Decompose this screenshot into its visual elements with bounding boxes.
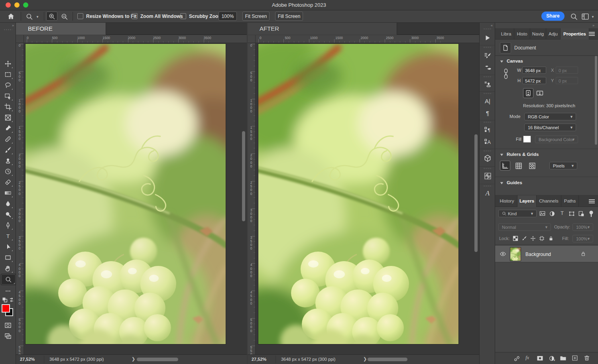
zoom-level-field[interactable]: 27,52% xyxy=(20,357,35,362)
collapse-panels-icon[interactable]: » xyxy=(592,24,594,28)
zoom-level-field[interactable]: 27,52% xyxy=(252,357,266,362)
checkbox-box[interactable] xyxy=(180,13,186,19)
tab-navigator[interactable]: Navig xyxy=(530,28,546,39)
dodge-tool[interactable] xyxy=(2,209,14,220)
clone-source-panel-icon[interactable] xyxy=(483,79,492,89)
character-panel-icon[interactable]: A| xyxy=(483,96,492,106)
pen-tool[interactable] xyxy=(2,220,14,230)
grid-toggle-button[interactable] xyxy=(513,161,524,171)
orientation-landscape-button[interactable] xyxy=(535,88,545,98)
status-chevron-icon[interactable]: ❯ xyxy=(363,356,367,362)
pixel-grid-toggle-button[interactable] xyxy=(527,161,537,171)
zoom-100-button[interactable]: 100% xyxy=(218,12,237,21)
zoom-in-button[interactable] xyxy=(46,12,57,21)
tab-paths[interactable]: Paths xyxy=(561,195,579,207)
new-adjustment-layer-icon[interactable]: ▼ xyxy=(549,355,555,362)
guides-section-header[interactable]: ▼Guides xyxy=(500,180,522,185)
tab-history[interactable]: History xyxy=(497,195,517,207)
layer-effects-icon[interactable]: fx xyxy=(525,354,529,361)
filter-smart-objects-icon[interactable] xyxy=(578,211,584,217)
new-group-icon[interactable] xyxy=(560,355,567,361)
brush-tool[interactable] xyxy=(2,145,14,155)
swap-colors-icon[interactable] xyxy=(9,297,14,303)
move-tool[interactable] xyxy=(2,59,14,69)
frame-tool[interactable] xyxy=(2,112,14,123)
panel-grip[interactable] xyxy=(483,122,492,123)
link-dimensions-icon[interactable] xyxy=(503,68,509,81)
expand-panels-icon[interactable]: « xyxy=(491,24,492,28)
link-layers-icon[interactable] xyxy=(513,355,520,362)
fit-screen-button[interactable]: Fit Screen xyxy=(242,12,269,21)
zoom-tool-preset-icon[interactable] xyxy=(26,13,33,20)
home-icon[interactable] xyxy=(7,13,15,20)
checkbox-box[interactable] xyxy=(77,13,83,19)
actions-panel-icon[interactable] xyxy=(483,33,492,43)
patterns-panel-icon[interactable] xyxy=(483,171,492,181)
bit-depth-select[interactable]: 16 Bits/Channel▼ xyxy=(524,124,576,131)
canvas-image-before[interactable] xyxy=(26,44,226,344)
zoom-tool[interactable] xyxy=(1,274,16,285)
document-tab-before[interactable]: BEFORE xyxy=(16,23,106,35)
rectangle-tool[interactable] xyxy=(2,252,14,263)
panel-grip[interactable] xyxy=(483,47,492,48)
paragraph-styles-panel-icon[interactable]: ¶ xyxy=(483,125,492,134)
opacity-select[interactable]: 100%▼ xyxy=(572,223,593,231)
rulers-grids-section-header[interactable]: ▼Rulers & Grids xyxy=(500,152,539,157)
materials-panel-icon[interactable] xyxy=(483,153,492,163)
chevron-down-icon[interactable]: ▼ xyxy=(591,15,594,19)
paragraph-panel-icon[interactable]: ¶ xyxy=(483,108,492,118)
character-styles-panel-icon[interactable]: A xyxy=(483,137,492,146)
hand-tool[interactable] xyxy=(2,263,14,273)
panel-scrollbar-thumb[interactable] xyxy=(595,56,597,145)
quick-mask-mode-icon[interactable] xyxy=(2,320,14,331)
tab-histogram[interactable]: Histo xyxy=(514,28,530,39)
orientation-portrait-button[interactable] xyxy=(523,88,533,98)
foreground-color-swatch[interactable] xyxy=(2,304,10,313)
path-selection-tool[interactable] xyxy=(2,242,14,252)
horizontal-scrollbar-thumb[interactable] xyxy=(368,358,407,361)
workspace-switcher-icon[interactable] xyxy=(581,13,589,20)
eyedropper-tool[interactable] xyxy=(2,123,14,134)
checkbox-scrubby-zoom[interactable]: Scrubby Zoom xyxy=(180,13,222,19)
checkbox-resize-windows-to-fit[interactable]: Resize Windows to Fit xyxy=(77,13,137,19)
panel-grip[interactable] xyxy=(483,150,492,152)
canvas-x-field[interactable]: 0 px xyxy=(556,67,578,74)
screen-mode-icon[interactable] xyxy=(2,331,14,341)
canvas-height-field[interactable]: 5472 px xyxy=(522,77,546,84)
lock-all-icon[interactable] xyxy=(548,236,554,241)
history-brush-tool[interactable] xyxy=(2,166,14,177)
tab-channels[interactable]: Channels xyxy=(537,195,561,207)
ruler-origin-box[interactable] xyxy=(248,35,256,43)
panel-grip[interactable] xyxy=(483,76,492,77)
layer-visibility-eye-icon[interactable] xyxy=(499,251,507,257)
canvas-width-field[interactable]: 3648 px xyxy=(522,67,546,74)
lock-transparency-icon[interactable] xyxy=(513,236,518,241)
fill-type-select[interactable]: Background Color▼ xyxy=(535,136,578,143)
layer-name[interactable]: Background xyxy=(525,252,551,257)
lasso-tool[interactable] xyxy=(2,80,14,91)
canvas-section-header[interactable]: ▼Canvas xyxy=(500,59,523,63)
fill-color-swatch[interactable] xyxy=(523,136,531,143)
edit-toolbar-icon[interactable] xyxy=(2,286,14,296)
add-layer-mask-icon[interactable] xyxy=(537,355,543,361)
filter-shape-layers-icon[interactable] xyxy=(568,211,575,217)
tab-layers[interactable]: Layers xyxy=(517,195,537,207)
vertical-scrollbar[interactable] xyxy=(474,43,478,354)
new-layer-icon[interactable] xyxy=(572,355,578,361)
gradient-tool[interactable] xyxy=(2,188,14,198)
ruler-origin-box[interactable] xyxy=(16,35,24,43)
layer-filter-toggle-icon[interactable] xyxy=(588,210,594,218)
object-selection-tool[interactable] xyxy=(2,91,14,101)
crop-tool[interactable] xyxy=(2,102,14,112)
filter-type-layers-icon[interactable]: T xyxy=(559,210,565,216)
tab-adjustments[interactable]: Adju xyxy=(546,28,561,39)
default-colors-icon[interactable] xyxy=(2,297,8,303)
panel-grip[interactable] xyxy=(483,28,492,30)
glyphs-panel-icon[interactable]: A xyxy=(483,189,492,198)
share-button[interactable]: Share xyxy=(541,12,565,21)
ruler-units-select[interactable]: Pixels▼ xyxy=(549,162,577,169)
color-mode-select[interactable]: RGB Color▼ xyxy=(524,113,576,120)
vertical-scrollbar-thumb[interactable] xyxy=(474,134,478,252)
canvas-y-field[interactable]: 0 px xyxy=(556,77,578,84)
blend-mode-select[interactable]: Normal▼ xyxy=(498,223,551,231)
